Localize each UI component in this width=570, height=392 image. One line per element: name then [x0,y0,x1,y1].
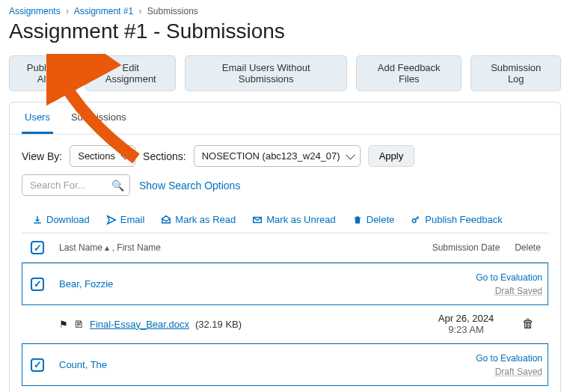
tab-submissions[interactable]: Submissions [68,102,129,134]
filter-row: View By: Sections Sections: NOSECTION (a… [22,145,548,167]
student-name-link[interactable]: Count, The [59,359,107,370]
file-row: ⚑ ✉ loremipsum-description.docx (18.49 K… [22,386,548,392]
key-icon [411,215,421,225]
search-icon[interactable]: 🔍 [111,180,124,192]
flag-icon[interactable]: ⚑ [59,319,68,330]
delete-header: Delete [507,233,548,263]
email-users-button[interactable]: Email Users Without Submissions [185,55,347,91]
file-link[interactable]: Final-Essay_Bear.docx [90,319,189,330]
email-action[interactable]: Email [106,214,145,225]
view-by-label: View By: [22,150,62,162]
tabs: Users Submissions [10,102,560,135]
download-action[interactable]: Download [32,214,90,225]
add-feedback-button[interactable]: Add Feedback Files [356,55,462,91]
show-search-options[interactable]: Show Search Options [139,180,240,192]
submission-time: 9:23 AM [431,324,501,335]
page-title: Assignment #1 - Submissions [9,19,561,43]
mail-open-icon [161,215,171,225]
file-row: ⚑ 🖹 Final-Essay_Bear.docx (32.19 KB) Apr… [22,305,548,343]
search-row: 🔍 Show Search Options [22,174,548,196]
doc-icon: 🖹 [74,319,84,330]
submission-log-button[interactable]: Submission Log [471,55,561,91]
select-all-checkbox[interactable] [31,241,44,254]
publish-all-button[interactable]: Publish All [9,55,76,91]
date-header[interactable]: Submission Date [425,233,507,263]
edit-assignment-button[interactable]: Edit Assignment [85,55,176,91]
bulk-action-row: Download Email Mark as Read Mark as Unre… [22,214,548,225]
mark-read-action[interactable]: Mark as Read [161,214,236,225]
draft-saved-label: Draft Saved [495,367,542,377]
main-panel: Users Submissions View By: Sections Sect… [9,102,561,392]
draft-saved-label: Draft Saved [495,286,542,296]
row-checkbox[interactable] [31,358,44,372]
mark-unread-action[interactable]: Mark as Unread [252,214,335,225]
delete-file-button[interactable]: 🗑 [522,317,534,330]
apply-button[interactable]: Apply [368,145,415,167]
breadcrumb: Assignments › Assignment #1 › Submission… [9,6,561,16]
download-icon [32,215,43,225]
svg-point-1 [413,218,417,222]
go-to-evaluation-link[interactable]: Go to Evaluation [476,272,542,283]
sections-select[interactable]: NOSECTION (abc123_w24_07) [194,145,361,167]
view-by-select[interactable]: Sections [70,145,135,167]
breadcrumb-assignment1[interactable]: Assignment #1 [74,6,133,16]
breadcrumb-current: Submissions [147,6,198,16]
submission-date: Apr 26, 2024 [431,313,501,324]
breadcrumb-assignments[interactable]: Assignments [9,6,61,16]
mail-icon [252,215,263,225]
go-to-evaluation-link[interactable]: Go to Evaluation [476,353,542,364]
sections-label: Sections: [143,150,186,162]
student-name-link[interactable]: Bear, Fozzie [59,278,113,290]
tab-users[interactable]: Users [22,102,53,134]
name-header[interactable]: Last Name ▴ , First Name [53,233,425,263]
delete-action[interactable]: Delete [352,214,395,225]
trash-icon [352,215,363,225]
file-size: (32.19 KB) [195,319,242,330]
row-checkbox[interactable] [31,278,44,291]
action-buttons-row: Publish All Edit Assignment Email Users … [9,55,561,91]
student-row: Count, The Go to Evaluation Draft Saved [22,343,548,387]
student-row: Bear, Fozzie Go to Evaluation Draft Save… [22,263,548,306]
send-icon [106,215,117,225]
publish-feedback-action[interactable]: Publish Feedback [411,214,502,225]
submissions-table: Last Name ▴ , First Name Submission Date… [22,233,548,392]
